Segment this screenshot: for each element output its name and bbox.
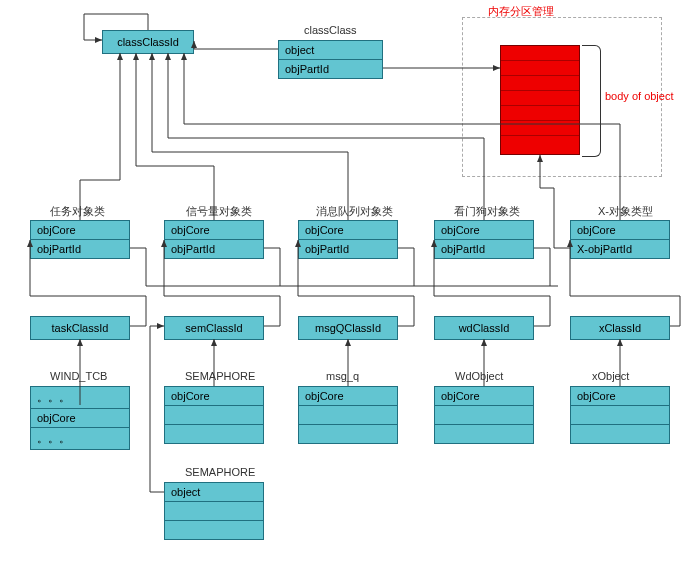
msgq-inst-r3 <box>299 425 397 443</box>
wind-label: WIND_TCB <box>50 370 107 382</box>
task-class-box: objCore objPartId <box>30 220 130 259</box>
wdobj-r2 <box>435 406 533 425</box>
x-label: X-对象类型 <box>598 204 653 219</box>
sem-r2: objPartId <box>165 240 263 258</box>
task-class-id: taskClassId <box>30 316 130 340</box>
wind-r3: 。。。 <box>31 428 129 449</box>
xobj-r3 <box>571 425 669 443</box>
sem-label: 信号量对象类 <box>186 204 252 219</box>
wind-box: 。。。 objCore 。。。 <box>30 386 130 450</box>
wind-r1: 。。。 <box>31 387 129 409</box>
msgq-inst-label: msg_q <box>326 370 359 382</box>
x-r2: X-objPartId <box>571 240 669 258</box>
semaphore-r3 <box>165 425 263 443</box>
xobj-r1: objCore <box>571 387 669 406</box>
wd-class-id: wdClassId <box>434 316 534 340</box>
msgq-label: 消息队列对象类 <box>316 204 393 219</box>
sem-r1: objCore <box>165 221 263 240</box>
wind-r2: objCore <box>31 409 129 428</box>
msgq-class-id: msgQClassId <box>298 316 398 340</box>
wd-r1: objCore <box>435 221 533 240</box>
x-r1: objCore <box>571 221 669 240</box>
semaphore2-r3 <box>165 521 263 539</box>
brace <box>582 45 601 157</box>
msgq-inst-r2 <box>299 406 397 425</box>
task-r1: objCore <box>31 221 129 240</box>
xobj-label: xObject <box>592 370 629 382</box>
wd-label: 看门狗对象类 <box>454 204 520 219</box>
semaphore-box: objCore <box>164 386 264 444</box>
task-label: 任务对象类 <box>50 204 105 219</box>
msgq-inst-r1: objCore <box>299 387 397 406</box>
x-class-id: xClassId <box>570 316 670 340</box>
semaphore2-r1: object <box>165 483 263 502</box>
xobj-box: objCore <box>570 386 670 444</box>
wdobj-box: objCore <box>434 386 534 444</box>
class-class-id-box: classClassId <box>102 30 194 54</box>
semaphore-label: SEMAPHORE <box>185 370 255 382</box>
task-r2: objPartId <box>31 240 129 258</box>
mem-body <box>500 45 580 155</box>
xobj-r2 <box>571 406 669 425</box>
sem-class-box: objCore objPartId <box>164 220 264 259</box>
sem-class-id: semClassId <box>164 316 264 340</box>
wd-r2: objPartId <box>435 240 533 258</box>
wd-class-box: objCore objPartId <box>434 220 534 259</box>
semaphore2-r2 <box>165 502 263 521</box>
msgq-inst-box: objCore <box>298 386 398 444</box>
class-class-label: classClass <box>304 24 357 36</box>
x-class-box: objCore X-objPartId <box>570 220 670 259</box>
msgq-r1: objCore <box>299 221 397 240</box>
wdobj-r1: objCore <box>435 387 533 406</box>
body-of-object-label: body of object <box>605 90 674 102</box>
msgq-class-box: objCore objPartId <box>298 220 398 259</box>
wdobj-label: WdObject <box>455 370 503 382</box>
class-class-r2: objPartId <box>279 60 382 78</box>
wdobj-r3 <box>435 425 533 443</box>
semaphore-r2 <box>165 406 263 425</box>
semaphore2-label: SEMAPHORE <box>185 466 255 478</box>
semaphore2-box: object <box>164 482 264 540</box>
class-class-box: object objPartId <box>278 40 383 79</box>
msgq-r2: objPartId <box>299 240 397 258</box>
class-class-r1: object <box>279 41 382 60</box>
semaphore-r1: objCore <box>165 387 263 406</box>
